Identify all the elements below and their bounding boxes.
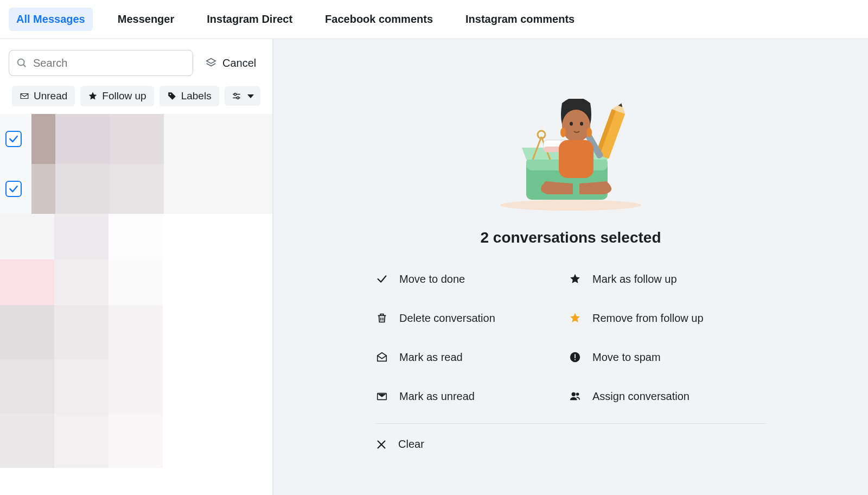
chevron-down-icon (247, 94, 254, 98)
svg-point-6 (237, 97, 239, 99)
cancel-label: Cancel (222, 57, 256, 69)
blurred-content (0, 414, 272, 468)
search-input[interactable] (33, 57, 186, 69)
star-icon (88, 91, 98, 101)
conversation-row[interactable] (0, 305, 272, 359)
action-mark-followup[interactable]: Mark as follow up (569, 272, 758, 285)
action-assign[interactable]: Assign conversation (569, 390, 758, 403)
close-icon (375, 439, 387, 450)
cancel-button[interactable]: Cancel (205, 57, 256, 69)
action-label: Remove from follow up (592, 312, 704, 325)
conversation-list[interactable] (0, 114, 272, 495)
tab-instagram-comments[interactable]: Instagram comments (458, 8, 582, 31)
search-row: Cancel (0, 39, 272, 80)
star-filled-icon (569, 272, 582, 285)
svg-rect-28 (559, 140, 593, 178)
mark-read-icon (375, 351, 388, 364)
filter-unread[interactable]: Unread (12, 86, 75, 106)
svg-point-35 (572, 392, 576, 396)
closed-envelope-icon (375, 390, 388, 403)
search-box[interactable] (9, 50, 193, 76)
svg-point-26 (560, 128, 566, 137)
conversation-row[interactable] (0, 164, 272, 214)
divider (375, 423, 766, 424)
action-label: Move to spam (592, 351, 661, 364)
people-icon (569, 390, 582, 403)
row-checkbox[interactable] (5, 181, 22, 197)
blurred-content (0, 259, 272, 305)
bulk-actions: Move to done Mark as follow up Delete co… (375, 272, 766, 403)
action-label: Assign conversation (592, 390, 690, 403)
conversation-row[interactable] (0, 214, 272, 259)
conversation-row[interactable] (0, 259, 272, 305)
star-orange-icon (569, 312, 582, 325)
tab-all-messages[interactable]: All Messages (9, 8, 93, 31)
blurred-content (0, 214, 272, 259)
filter-unread-label: Unread (34, 90, 67, 102)
tabs-bar: All Messages Messenger Instagram Direct … (0, 0, 868, 39)
toolbox-illustration (495, 99, 647, 213)
action-label: Mark as follow up (592, 273, 677, 285)
action-mark-read[interactable]: Mark as read (375, 351, 565, 364)
envelope-icon (20, 91, 29, 101)
conversations-pane: Cancel Unread Follow up Labels (0, 39, 273, 495)
blurred-content (0, 359, 272, 414)
action-label: Mark as read (399, 351, 463, 364)
svg-point-2 (169, 94, 170, 95)
conversation-row[interactable] (0, 114, 272, 164)
tag-icon (167, 91, 177, 101)
check-icon (8, 183, 19, 194)
svg-point-0 (18, 59, 24, 66)
action-move-spam[interactable]: Move to spam (569, 351, 758, 364)
selection-title: 2 conversations selected (480, 229, 661, 246)
svg-line-1 (23, 65, 25, 67)
stack-icon (205, 57, 217, 69)
tab-messenger[interactable]: Messenger (110, 8, 182, 31)
action-mark-unread[interactable]: Mark as unread (375, 390, 565, 403)
svg-point-27 (586, 128, 592, 137)
filter-labels[interactable]: Labels (159, 86, 219, 106)
svg-rect-33 (575, 359, 576, 360)
action-move-to-done[interactable]: Move to done (375, 272, 565, 285)
svg-point-36 (576, 393, 579, 396)
action-label: Move to done (399, 273, 465, 285)
sliders-icon (231, 91, 242, 101)
action-remove-followup[interactable]: Remove from follow up (569, 312, 758, 325)
check-icon (8, 134, 19, 144)
alert-circle-icon (569, 351, 582, 364)
tab-facebook-comments[interactable]: Facebook comments (317, 8, 441, 31)
tab-instagram-direct[interactable]: Instagram Direct (199, 8, 300, 31)
bulk-actions-pane: 2 conversations selected Move to done Ma… (273, 39, 868, 495)
filter-more[interactable] (225, 86, 260, 106)
filter-chips: Unread Follow up Labels (0, 80, 272, 114)
conversation-row[interactable] (0, 414, 272, 468)
trash-icon (375, 312, 388, 325)
blurred-content (0, 305, 272, 359)
filter-followup-label: Follow up (102, 90, 146, 102)
filter-followup[interactable]: Follow up (80, 86, 154, 106)
action-clear[interactable]: Clear (375, 438, 766, 450)
check-icon (375, 272, 388, 285)
svg-point-24 (570, 122, 573, 126)
action-label: Delete conversation (399, 312, 495, 325)
row-checkbox[interactable] (5, 131, 22, 147)
conversation-row[interactable] (0, 359, 272, 414)
svg-point-23 (562, 110, 590, 142)
action-label: Clear (398, 438, 424, 450)
action-delete[interactable]: Delete conversation (375, 312, 565, 325)
blurred-content (31, 114, 272, 164)
search-icon (16, 57, 28, 69)
svg-point-4 (234, 93, 236, 96)
svg-point-25 (580, 122, 583, 126)
blurred-content (31, 164, 272, 214)
main-area: Cancel Unread Follow up Labels (0, 39, 868, 495)
action-label: Mark as unread (399, 390, 475, 403)
svg-point-7 (500, 200, 641, 211)
filter-labels-label: Labels (181, 90, 212, 102)
svg-rect-32 (575, 354, 576, 358)
